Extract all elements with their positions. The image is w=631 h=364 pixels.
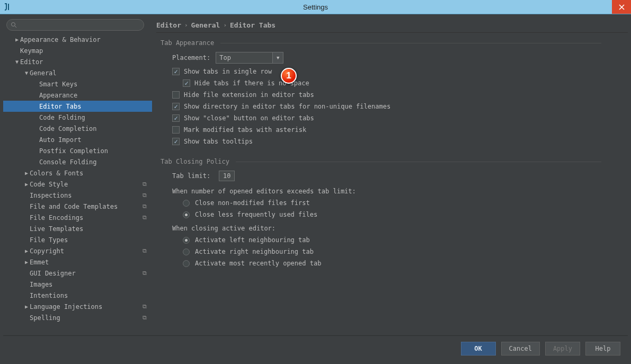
chevron-right-icon: › [223,22,227,29]
tree-item[interactable]: Appearance [3,90,152,101]
tree-item[interactable]: ▼Editor [3,56,152,67]
hide-extension-checkbox[interactable] [172,91,180,99]
activate-right-radio[interactable] [183,248,190,255]
chevron-right-icon: ▶ [23,304,30,309]
tab-limit-input[interactable] [219,171,235,181]
cancel-button[interactable]: Cancel [501,342,540,356]
tree-item-label: Images [30,281,52,288]
chevron-right-icon: › [184,22,188,29]
svg-line-2 [15,26,16,28]
activate-recent-radio[interactable] [183,260,190,267]
close-icon [619,4,625,10]
project-scope-icon: ⧉ [143,247,147,254]
placement-select[interactable]: Top ▼ [216,52,283,64]
tree-item-label: Code Style [30,181,68,188]
tree-item-label: Postfix Completion [39,147,108,155]
show-single-row-checkbox[interactable] [172,68,180,75]
project-scope-icon: ⧉ [143,192,147,199]
tree-item-label: Console Folding [39,158,96,166]
show-close-checkbox[interactable] [172,114,180,122]
settings-tree[interactable]: ▶Appearance & BehaviorKeymap▼Editor▼Gene… [3,34,152,335]
tree-item[interactable]: Postfix Completion [3,145,152,156]
apply-button[interactable]: Apply [545,342,580,356]
window-close-button[interactable] [612,0,631,14]
tree-item[interactable]: Keymap [3,45,152,56]
tree-item-label: File Types [30,236,68,244]
tree-item[interactable]: ▶Language Injections⧉ [3,301,152,312]
tree-item[interactable]: ▶Emmet [3,256,152,268]
tree-item-label: Smart Keys [39,81,77,88]
breadcrumb-part: Editor [156,21,181,29]
tree-item-label: Appearance & Behavior [20,36,101,43]
placement-label: Placement: [172,54,210,61]
project-scope-icon: ⧉ [143,314,147,321]
chevron-right-icon: ▶ [23,248,30,254]
tree-item[interactable]: GUI Designer⧉ [3,268,152,279]
tree-item[interactable]: Code Folding [3,112,152,123]
chevron-right-icon: ▶ [23,170,30,176]
tree-item[interactable]: Code Completion [3,123,152,134]
help-button[interactable]: Help [585,342,620,356]
mark-asterisk-checkbox[interactable] [172,126,180,134]
chevron-right-icon: ▶ [14,37,20,42]
show-tooltips-label: Show tabs tooltips [184,138,253,145]
chevron-down-icon: ▼ [23,70,30,76]
callout-badge-1: 1 [281,68,297,84]
project-scope-icon: ⧉ [143,303,147,310]
tree-item[interactable]: File Types [3,234,152,245]
tree-item-label: General [30,69,57,77]
tree-item-label: Appearance [39,92,77,99]
show-single-row-label: Show tabs in single row [184,68,272,75]
tree-item[interactable]: Console Folding [3,156,152,167]
tree-item[interactable]: Intentions [3,290,152,301]
close-lessfreq-label: Close less frequently used files [195,211,317,218]
tree-item[interactable]: Spelling⧉ [3,312,152,323]
tree-item[interactable]: Images [3,279,152,290]
svg-rect-0 [8,4,9,10]
show-directory-checkbox[interactable] [172,103,180,110]
tree-item[interactable]: Smart Keys [3,78,152,90]
tree-item[interactable]: Live Templates [3,223,152,234]
tree-item-label: Live Templates [30,225,83,233]
show-directory-label: Show directory in editor tabs for non-un… [184,103,390,110]
tree-item[interactable]: Inspections⧉ [3,190,152,201]
tree-item[interactable]: File and Code Templates⧉ [3,201,152,212]
close-nonmodified-label: Close non-modified files first [195,199,310,207]
window-title: Settings [303,3,328,11]
tree-item[interactable]: ▶Copyright⧉ [3,245,152,256]
tree-item-label: Intentions [30,292,68,299]
tree-item[interactable]: ▶Code Style⧉ [3,179,152,190]
hide-no-space-checkbox[interactable] [183,79,190,87]
project-scope-icon: ⧉ [143,270,147,277]
tree-item[interactable]: ▶Appearance & Behavior [3,34,152,45]
section-title: Tab Closing Policy [161,158,229,165]
tree-item-label: Code Folding [39,114,85,121]
tree-item[interactable]: File Encodings⧉ [3,212,152,223]
active-heading: When closing active editor: [172,225,628,232]
tree-item[interactable]: ▶Colors & Fonts [3,167,152,179]
mark-asterisk-label: Mark modified tabs with asterisk [184,126,306,134]
activate-recent-label: Activate most recently opened tab [195,260,321,267]
tab-limit-label: Tab limit: [172,172,210,180]
search-input[interactable] [6,19,144,31]
tree-item-label: Editor [20,58,43,66]
close-nonmodified-radio[interactable] [183,200,190,207]
tree-item-label: Editor Tabs [39,103,81,110]
activate-left-radio[interactable] [183,237,190,244]
activate-left-label: Activate left neighbouring tab [195,236,310,244]
exceed-heading: When number of opened editors exceeds ta… [172,188,628,195]
tree-item[interactable]: Editor Tabs [3,101,152,112]
show-tooltips-checkbox[interactable] [172,138,180,145]
project-scope-icon: ⧉ [143,181,147,188]
tree-item[interactable]: Auto Import [3,134,152,145]
breadcrumb-part: Editor Tabs [230,21,275,29]
project-scope-icon: ⧉ [143,203,147,210]
tree-item-label: File Encodings [30,214,83,221]
breadcrumb: Editor › General › Editor Tabs [156,17,628,32]
ok-button[interactable]: OK [461,342,496,356]
dropdown-icon[interactable]: ▼ [273,52,283,64]
tree-item[interactable]: ▼General [3,67,152,78]
close-lessfreq-radio[interactable] [183,211,190,218]
svg-point-1 [12,23,15,26]
tree-item-label: Auto Import [39,136,81,144]
